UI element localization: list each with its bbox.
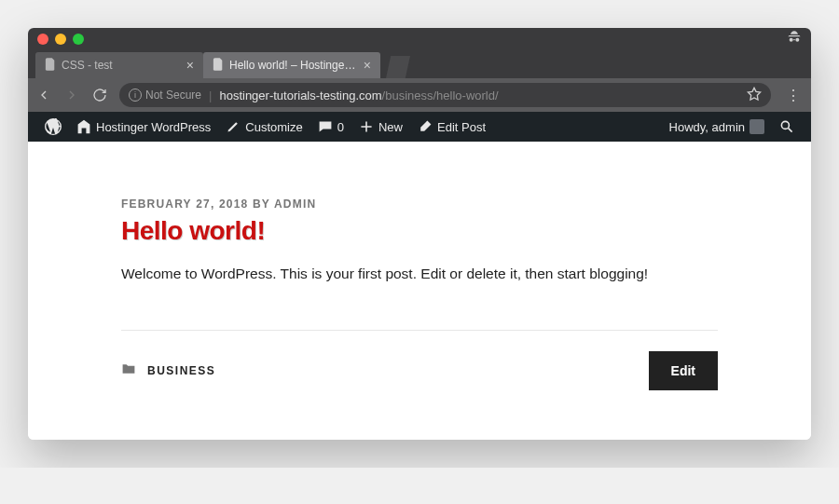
tab-title: CSS - test bbox=[62, 59, 181, 72]
post-footer: BUSINESS Edit bbox=[121, 351, 718, 390]
post-body: Welcome to WordPress. This is your first… bbox=[121, 263, 718, 285]
window-close-button[interactable] bbox=[37, 34, 48, 45]
howdy-label: Howdy, admin bbox=[669, 120, 745, 134]
browser-menu-button[interactable]: ⋮ bbox=[782, 87, 804, 104]
security-chip[interactable]: i Not Secure bbox=[129, 89, 201, 102]
reload-button[interactable] bbox=[91, 88, 108, 102]
post-meta: FEBRUARY 27, 2018 BY ADMIN bbox=[121, 198, 718, 211]
customize-label: Customize bbox=[245, 120, 302, 134]
browser-tab-inactive[interactable]: CSS - test × bbox=[35, 52, 203, 78]
tab-title: Hello world! – Hostinger WordP bbox=[229, 59, 358, 72]
admin-search-button[interactable] bbox=[772, 119, 802, 134]
back-button[interactable] bbox=[35, 88, 52, 102]
window-maximize-button[interactable] bbox=[73, 34, 84, 45]
new-tab-button[interactable] bbox=[386, 56, 410, 78]
url-path: /business/hello-world/ bbox=[382, 89, 499, 102]
wp-logo-menu[interactable] bbox=[37, 112, 69, 142]
new-content-menu[interactable]: New bbox=[351, 112, 410, 142]
post-author: ADMIN bbox=[274, 198, 316, 211]
folder-icon bbox=[121, 362, 136, 379]
browser-window: CSS - test × Hello world! – Hostinger Wo… bbox=[28, 28, 811, 440]
site-name-menu[interactable]: Hostinger WordPress bbox=[69, 112, 218, 142]
wp-admin-bar: Hostinger WordPress Customize 0 New Edit… bbox=[28, 112, 811, 142]
edit-post-link[interactable]: Edit Post bbox=[410, 112, 493, 142]
category-link[interactable]: BUSINESS bbox=[147, 364, 215, 377]
account-menu[interactable]: Howdy, admin bbox=[662, 119, 772, 134]
bookmark-button[interactable] bbox=[747, 87, 762, 104]
site-name-label: Hostinger WordPress bbox=[96, 120, 211, 134]
edit-post-label: Edit Post bbox=[437, 120, 486, 134]
post-date: FEBRUARY 27, 2018 bbox=[121, 198, 248, 211]
post-title[interactable]: Hello world! bbox=[121, 216, 718, 246]
url-divider: | bbox=[209, 89, 212, 102]
info-icon: i bbox=[129, 89, 142, 102]
url-host: hostinger-tutorials-testing.com bbox=[219, 89, 381, 102]
divider bbox=[121, 330, 718, 331]
incognito-icon bbox=[787, 30, 802, 48]
svg-point-0 bbox=[781, 121, 789, 129]
edit-button[interactable]: Edit bbox=[649, 351, 718, 390]
window-minimize-button[interactable] bbox=[55, 34, 66, 45]
post-meta-by: BY bbox=[253, 198, 270, 211]
page-icon bbox=[45, 58, 56, 74]
page-icon bbox=[213, 58, 224, 74]
address-bar[interactable]: i Not Secure | hostinger-tutorials-testi… bbox=[119, 83, 771, 107]
browser-toolbar: i Not Secure | hostinger-tutorials-testi… bbox=[28, 78, 811, 112]
browser-tabbar: CSS - test × Hello world! – Hostinger Wo… bbox=[28, 50, 811, 78]
customize-link[interactable]: Customize bbox=[218, 112, 309, 142]
window-titlebar bbox=[28, 28, 811, 50]
new-label: New bbox=[378, 120, 403, 134]
forward-button[interactable] bbox=[63, 88, 80, 102]
category-wrap: BUSINESS bbox=[121, 362, 215, 379]
avatar-icon bbox=[750, 119, 764, 134]
comments-link[interactable]: 0 bbox=[310, 112, 351, 142]
page-content: FEBRUARY 27, 2018 BY ADMIN Hello world! … bbox=[28, 142, 811, 440]
tab-close-button[interactable]: × bbox=[364, 59, 371, 72]
tab-close-button[interactable]: × bbox=[186, 59, 194, 72]
comments-count: 0 bbox=[337, 120, 344, 134]
browser-tab-active[interactable]: Hello world! – Hostinger WordP × bbox=[203, 52, 380, 78]
not-secure-label: Not Secure bbox=[145, 89, 201, 102]
